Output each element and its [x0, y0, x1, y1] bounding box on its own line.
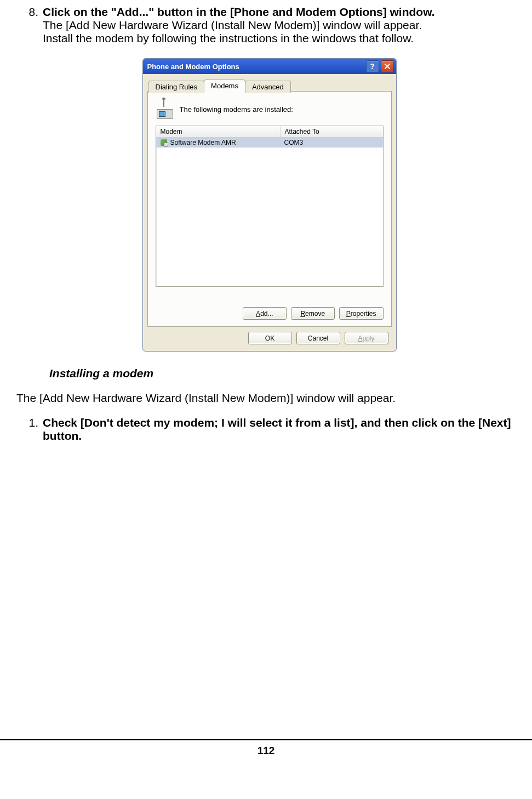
footer-rule: [0, 739, 532, 740]
help-button[interactable]: ?: [366, 60, 379, 72]
column-modem[interactable]: Modem: [156, 126, 281, 137]
info-text: The following modems are installed:: [180, 105, 293, 114]
step-line: Install the modem by following the instr…: [43, 32, 414, 44]
step-head: Click on the "Add..." button in the [Pho…: [43, 5, 435, 18]
row-modem-name: Software Modem AMR: [170, 139, 236, 146]
row-modem-cell: Software Modem AMR: [156, 138, 280, 148]
tab-dialing-rules[interactable]: Dialing Rules: [148, 81, 205, 93]
subheading: Installing a modem: [16, 367, 522, 380]
apply-button[interactable]: Apply: [345, 332, 388, 344]
tab-panel-modems: The following modems are installed: Mode…: [147, 91, 392, 327]
list-header: Modem Attached To: [156, 126, 383, 138]
step-body: Click on the "Add..." button in the [Pho…: [43, 5, 522, 45]
intro-paragraph: The [Add New Hardware Wizard (Install Ne…: [16, 392, 522, 405]
help-icon: ?: [370, 62, 375, 71]
cancel-button[interactable]: Cancel: [296, 332, 340, 344]
dialog-titlebar: Phone and Modem Options ?: [143, 59, 396, 74]
tab-advanced[interactable]: Advanced: [245, 81, 291, 93]
tab-row: Dialing Rules Modems Advanced: [148, 80, 393, 92]
close-button[interactable]: [381, 60, 394, 72]
step-number: 8.: [16, 5, 43, 45]
tab-modems[interactable]: Modems: [204, 80, 245, 92]
properties-button[interactable]: Properties: [339, 307, 384, 320]
step-line: The [Add New Hardware Wizard (Install Ne…: [43, 19, 422, 31]
add-button[interactable]: Add...: [243, 307, 287, 320]
modem-list[interactable]: Modem Attached To Software Modem AMR COM…: [156, 126, 384, 287]
page-number: 112: [0, 745, 532, 757]
remove-button[interactable]: Remove: [291, 307, 335, 320]
step-body: Check [Don't detect my modem; I will sel…: [43, 416, 522, 443]
phone-modem-dialog: Phone and Modem Options ? Dialing Rules …: [142, 58, 397, 352]
modem-row-icon: [161, 139, 167, 146]
step-number: 1.: [16, 416, 43, 443]
close-icon: [384, 63, 391, 70]
dialog-title: Phone and Modem Options: [147, 63, 239, 71]
modem-icon: [156, 99, 174, 119]
list-row-selected[interactable]: Software Modem AMR COM3: [156, 138, 383, 148]
column-attached[interactable]: Attached To: [281, 126, 383, 137]
row-port-cell: COM3: [280, 138, 383, 148]
ok-button[interactable]: OK: [248, 332, 292, 344]
